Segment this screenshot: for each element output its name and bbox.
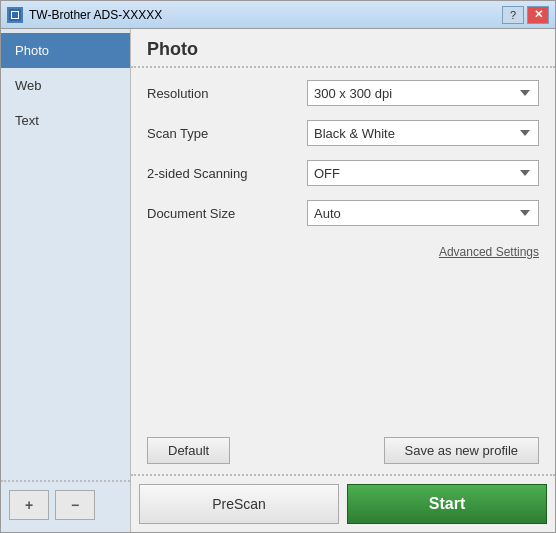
scan-type-label: Scan Type [147, 126, 307, 141]
scan-type-select[interactable]: Black & White Grey (Error Diffusion) Tru… [307, 120, 539, 146]
resolution-label: Resolution [147, 86, 307, 101]
scan-type-row: Scan Type Black & White Grey (Error Diff… [147, 120, 539, 146]
resolution-control: 300 x 300 dpi 75 x 75 dpi 150 x 150 dpi … [307, 80, 539, 106]
main-window: TW-Brother ADS-XXXXX ? ✕ Photo Web Text … [0, 0, 556, 533]
title-bar: TW-Brother ADS-XXXXX ? ✕ [1, 1, 555, 29]
two-sided-row: 2-sided Scanning OFF Long-edge binding S… [147, 160, 539, 186]
document-size-control: Auto A4 Letter Legal A5 [307, 200, 539, 226]
app-icon [7, 7, 23, 23]
add-profile-button[interactable]: + [9, 490, 49, 520]
content-area: Photo Web Text + − Photo Resolution [1, 29, 555, 532]
start-button[interactable]: Start [347, 484, 547, 524]
sidebar-item-photo[interactable]: Photo [1, 33, 130, 68]
scan-type-control: Black & White Grey (Error Diffusion) Tru… [307, 120, 539, 146]
main-panel: Photo Resolution 300 x 300 dpi 75 x 75 d… [131, 29, 555, 532]
title-bar-controls: ? ✕ [502, 6, 549, 24]
action-buttons: PreScan Start [131, 474, 555, 532]
sidebar-item-web[interactable]: Web [1, 68, 130, 103]
main-footer: Default Save as new profile PreScan Star… [131, 427, 555, 532]
settings-area: Resolution 300 x 300 dpi 75 x 75 dpi 150… [131, 68, 555, 427]
page-title: Photo [147, 39, 198, 59]
resolution-row: Resolution 300 x 300 dpi 75 x 75 dpi 150… [147, 80, 539, 106]
sidebar: Photo Web Text + − [1, 29, 131, 532]
title-bar-left: TW-Brother ADS-XXXXX [7, 7, 162, 23]
sidebar-item-text[interactable]: Text [1, 103, 130, 138]
two-sided-select[interactable]: OFF Long-edge binding Short-edge binding [307, 160, 539, 186]
two-sided-control: OFF Long-edge binding Short-edge binding [307, 160, 539, 186]
sidebar-bottom: + − [1, 480, 130, 528]
help-button[interactable]: ? [502, 6, 524, 24]
document-size-select[interactable]: Auto A4 Letter Legal A5 [307, 200, 539, 226]
close-button[interactable]: ✕ [527, 6, 549, 24]
window-title: TW-Brother ADS-XXXXX [29, 8, 162, 22]
footer-buttons: Default Save as new profile [131, 427, 555, 474]
main-header: Photo [131, 29, 555, 68]
remove-profile-button[interactable]: − [55, 490, 95, 520]
resolution-select[interactable]: 300 x 300 dpi 75 x 75 dpi 150 x 150 dpi … [307, 80, 539, 106]
save-new-profile-button[interactable]: Save as new profile [384, 437, 539, 464]
advanced-settings-link[interactable]: Advanced Settings [439, 245, 539, 259]
document-size-label: Document Size [147, 206, 307, 221]
document-size-row: Document Size Auto A4 Letter Legal A5 [147, 200, 539, 226]
advanced-settings-section: Advanced Settings [147, 240, 539, 263]
svg-rect-2 [12, 12, 18, 18]
prescan-button[interactable]: PreScan [139, 484, 339, 524]
default-button[interactable]: Default [147, 437, 230, 464]
two-sided-label: 2-sided Scanning [147, 166, 307, 181]
